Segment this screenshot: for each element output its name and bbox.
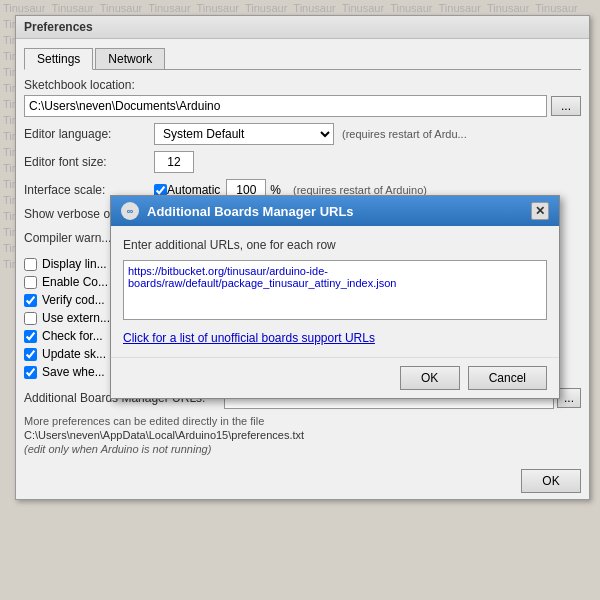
- dialog-textarea[interactable]: https://bitbucket.org/tinusaur/arduino-i…: [123, 260, 547, 320]
- dialog-buttons: OK Cancel: [111, 357, 559, 398]
- dialog-instruction: Enter additional URLs, one for each row: [123, 238, 547, 252]
- dialog-titlebar: ∞ Additional Boards Manager URLs ✕: [111, 196, 559, 226]
- dialog-ok-button[interactable]: OK: [400, 366, 460, 390]
- dialog-close-button[interactable]: ✕: [531, 202, 549, 220]
- dialog-title-text: Additional Boards Manager URLs: [147, 204, 354, 219]
- dialog-icon: ∞: [121, 202, 139, 220]
- dialog-unofficial-boards-link[interactable]: Click for a list of unofficial boards su…: [123, 331, 547, 345]
- dialog-title-left: ∞ Additional Boards Manager URLs: [121, 202, 354, 220]
- dialog-cancel-button[interactable]: Cancel: [468, 366, 547, 390]
- dialog: ∞ Additional Boards Manager URLs ✕ Enter…: [110, 195, 560, 399]
- dialog-body: Enter additional URLs, one for each row …: [111, 226, 559, 357]
- dialog-overlay: ∞ Additional Boards Manager URLs ✕ Enter…: [0, 0, 600, 600]
